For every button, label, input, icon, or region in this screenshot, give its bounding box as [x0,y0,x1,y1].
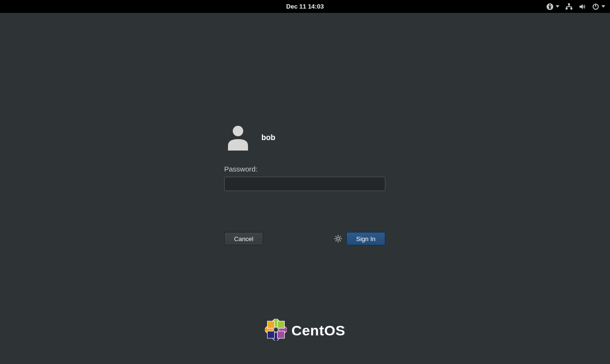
svg-rect-26 [277,331,284,338]
svg-point-1 [549,4,551,5]
accessibility-icon [546,3,554,10]
avatar-icon [227,125,249,151]
svg-point-9 [233,126,243,136]
power-menu[interactable] [592,3,605,10]
brand-name: CentOS [291,323,345,339]
centos-logo-icon [265,319,287,343]
network-icon[interactable] [565,3,573,10]
svg-line-16 [340,241,341,242]
datetime: Dec 11 14:03 [286,3,324,10]
svg-rect-24 [277,321,284,328]
chevron-down-icon [601,5,605,8]
top-bar-right [546,3,605,10]
svg-point-10 [337,237,340,240]
button-row: Cancel [224,232,385,245]
signin-button[interactable]: Sign In [346,232,385,245]
svg-rect-25 [267,331,274,338]
power-icon [592,3,600,10]
user-row: bob [227,125,386,151]
gear-icon [334,234,342,243]
branding: CentOS [265,319,345,343]
svg-line-18 [340,236,341,237]
password-label: Password: [224,165,386,173]
svg-rect-3 [566,8,568,10]
svg-line-15 [336,236,337,237]
svg-rect-23 [267,321,274,328]
login-panel: bob Password: Cancel [224,125,386,245]
username-label: bob [261,133,275,142]
top-bar: Dec 11 14:03 [0,0,610,13]
svg-rect-2 [568,3,570,5]
svg-rect-4 [570,8,572,10]
chevron-down-icon [556,5,559,8]
svg-line-17 [336,241,337,242]
session-options-button[interactable] [334,234,342,243]
signin-group: Sign In [334,232,385,245]
password-input[interactable] [224,177,385,191]
volume-icon[interactable] [579,3,586,10]
cancel-button[interactable]: Cancel [224,232,263,245]
accessibility-menu[interactable] [546,3,559,10]
